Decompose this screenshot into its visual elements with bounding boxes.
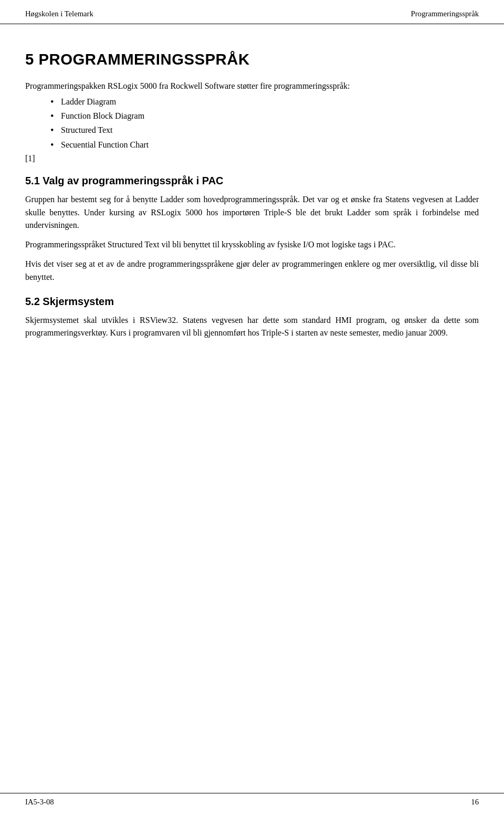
page: Høgskolen i Telemark Programmeringsspråk… — [0, 0, 504, 816]
chapter-heading: 5 PROGRAMMERINGSSPRÅK — [25, 50, 479, 68]
list-item: Ladder Diagram — [50, 95, 479, 109]
chapter-number: 5 — [25, 50, 34, 68]
page-header: Høgskolen i Telemark Programmeringsspråk — [0, 0, 504, 24]
section-5-2-paragraph-1: Skjermsystemet skal utvikles i RSView32.… — [25, 314, 479, 340]
list-item-label: Ladder Diagram — [61, 97, 116, 106]
list-item-label: Function Block Diagram — [61, 111, 144, 120]
chapter-title: PROGRAMMERINGSSPRÅK — [38, 50, 249, 68]
footer-page-number: 16 — [471, 798, 479, 807]
list-item: Secuential Function Chart — [50, 138, 479, 152]
list-item: Function Block Diagram — [50, 109, 479, 123]
section-5-1-paragraph-1: Gruppen har bestemt seg for å benytte La… — [25, 193, 479, 232]
header-chapter-title: Programmeringsspråk — [411, 9, 479, 18]
list-item-label: Secuential Function Chart — [61, 140, 149, 149]
footer-document-id: IA5-3-08 — [25, 798, 54, 807]
section-5-1-paragraph-2: Programmeringsspråket Structured Text vi… — [25, 238, 479, 252]
main-content: 5 PROGRAMMERINGSSPRÅK Programmeringspakk… — [0, 24, 504, 371]
section-5-1-heading: 5.1 Valg av programmeringsspråk i PAC — [25, 175, 479, 187]
list-item: Structured Text — [50, 123, 479, 137]
intro-paragraph: Programmeringspakken RSLogix 5000 fra Ro… — [25, 80, 479, 92]
section-5-1-paragraph-3: Hvis det viser seg at et av de andre pro… — [25, 258, 479, 284]
footnote: [1] — [25, 154, 479, 163]
list-item-label: Structured Text — [61, 125, 113, 134]
header-institution: Høgskolen i Telemark — [25, 9, 93, 18]
page-footer: IA5-3-08 16 — [0, 793, 504, 807]
programming-languages-list: Ladder Diagram Function Block Diagram St… — [50, 95, 479, 152]
section-5-2-heading: 5.2 Skjermsystem — [25, 296, 479, 308]
